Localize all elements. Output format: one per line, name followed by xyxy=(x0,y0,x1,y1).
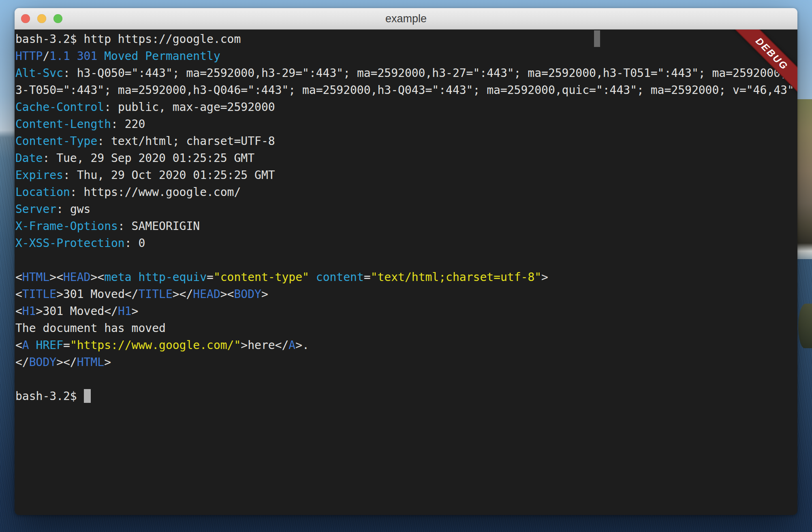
terminal-line: Alt-Svc: h3-Q050=":443"; ma=2592000,h3-2… xyxy=(15,65,797,82)
terminal-text-segment: SAMEORIGIN xyxy=(132,219,200,233)
terminal-text-segment xyxy=(132,270,139,284)
terminal-window: example bash-3.2$ http https://google.co… xyxy=(15,8,797,515)
terminal-text-segment: 220 xyxy=(125,117,145,131)
terminal-text-segment: : xyxy=(111,117,125,131)
terminal-text-segment: 3-T050=":443"; ma=2592000,h3-Q046=":443"… xyxy=(15,83,794,97)
terminal-text-segment: TITLE xyxy=(22,287,56,301)
terminal-text-segment: Moved Permanently xyxy=(104,49,220,63)
terminal-text-segment: 1.1 xyxy=(49,49,70,63)
terminal-text-segment: >< xyxy=(220,287,234,301)
terminal-text-segment: HTML xyxy=(22,270,49,284)
terminal-line: X-Frame-Options: SAMEORIGIN xyxy=(15,218,797,235)
terminal-text-segment: > xyxy=(261,287,268,301)
terminal-text-segment: </ xyxy=(104,304,118,318)
terminal-output: bash-3.2$ http https://google.comHTTP/1.… xyxy=(15,30,797,405)
terminal-text-segment: >< xyxy=(90,270,104,284)
terminal-text-segment: > xyxy=(104,355,111,369)
inactive-cursor-block xyxy=(594,30,600,47)
terminal-line: Expires: Thu, 29 Oct 2020 01:25:25 GMT xyxy=(15,167,797,184)
terminal-line xyxy=(15,371,797,388)
terminal-text-segment xyxy=(97,49,104,63)
terminal-line: </BODY></HTML> xyxy=(15,354,797,371)
terminal-content[interactable]: bash-3.2$ http https://google.comHTTP/1.… xyxy=(15,30,797,515)
terminal-text-segment: gws xyxy=(70,202,91,216)
terminal-text-segment: : xyxy=(43,151,56,165)
terminal-text-segment: "text/html;charset=utf-8" xyxy=(371,270,541,284)
terminal-text-segment: Thu, 29 Oct 2020 01:25:25 GMT xyxy=(77,168,275,182)
terminal-text-segment: </ xyxy=(125,287,139,301)
terminal-line: HTTP/1.1 301 Moved Permanently xyxy=(15,48,797,65)
terminal-text-segment: ></ xyxy=(173,287,193,301)
terminal-text-segment: https://www.google.com/ xyxy=(84,185,241,199)
terminal-text-segment: = xyxy=(63,338,70,352)
terminal-line: <H1>301 Moved</H1> xyxy=(15,303,797,320)
terminal-text-segment: content xyxy=(316,270,364,284)
terminal-line: Date: Tue, 29 Sep 2020 01:25:25 GMT xyxy=(15,150,797,167)
terminal-text-segment: ></ xyxy=(56,355,77,369)
minimize-button[interactable] xyxy=(37,14,46,23)
terminal-text-segment xyxy=(15,372,22,386)
terminal-text-segment: > xyxy=(541,270,548,284)
traffic-light-buttons xyxy=(21,8,62,29)
terminal-text-segment: Date xyxy=(15,151,43,165)
terminal-text-segment: here xyxy=(248,338,275,352)
terminal-text-segment: : xyxy=(63,168,77,182)
terminal-text-segment: http-equiv xyxy=(138,270,207,284)
terminal-text-segment: = xyxy=(364,270,371,284)
terminal-text-segment: HTTP xyxy=(15,49,43,63)
terminal-text-segment: Expires xyxy=(15,168,63,182)
terminal-text-segment: Content-Length xyxy=(15,117,111,131)
terminal-text-segment: Cache-Control xyxy=(15,100,104,114)
cliff-edge xyxy=(796,99,812,259)
terminal-text-segment: public, max-age=2592000 xyxy=(118,100,275,114)
terminal-text-segment: = xyxy=(207,270,214,284)
terminal-line: <A HREF="https://www.google.com/">here</… xyxy=(15,337,797,354)
terminal-text-segment: "content-type" xyxy=(214,270,309,284)
terminal-text-segment: A xyxy=(288,338,295,352)
sea-rock xyxy=(798,304,812,348)
terminal-text-segment: >. xyxy=(295,338,309,352)
terminal-line: Cache-Control: public, max-age=2592000 xyxy=(15,99,797,116)
terminal-text-segment: </ xyxy=(275,338,289,352)
terminal-text-segment: BODY xyxy=(234,287,261,301)
terminal-text-segment: Alt-Svc xyxy=(15,66,63,80)
terminal-text-segment: < xyxy=(15,338,22,352)
terminal-text-segment: HEAD xyxy=(63,270,90,284)
terminal-text-segment: A xyxy=(22,338,29,352)
terminal-text-segment: Location xyxy=(15,185,70,199)
terminal-text-segment: : xyxy=(97,134,111,148)
terminal-text-segment: H1 xyxy=(22,304,36,318)
terminal-text-segment xyxy=(309,270,316,284)
terminal-text-segment: < xyxy=(15,304,22,318)
terminal-text-segment: 301 Moved xyxy=(43,304,104,318)
terminal-text-segment: : xyxy=(125,236,139,250)
terminal-text-segment: X-Frame-Options xyxy=(15,219,118,233)
terminal-line: bash-3.2$ http https://google.com xyxy=(15,31,797,48)
terminal-line: Content-Type: text/html; charset=UTF-8 xyxy=(15,133,797,150)
terminal-text-segment: : xyxy=(104,100,118,114)
terminal-text-segment: : xyxy=(63,66,77,80)
terminal-line: <HTML><HEAD><meta http-equiv="content-ty… xyxy=(15,269,797,286)
terminal-text-segment: X-XSS-Protection xyxy=(15,236,125,250)
zoom-button[interactable] xyxy=(53,14,62,23)
terminal-text-segment: HREF xyxy=(36,338,63,352)
terminal-text-segment: > xyxy=(36,304,43,318)
terminal-text-segment: < xyxy=(15,270,22,284)
window-titlebar[interactable]: example xyxy=(15,8,797,30)
debug-ribbon-container: DEBUG xyxy=(720,30,797,106)
terminal-text-segment: meta xyxy=(104,270,131,284)
close-button[interactable] xyxy=(21,14,30,23)
terminal-text-segment: 301 xyxy=(77,49,98,63)
terminal-line: <TITLE>301 Moved</TITLE></HEAD><BODY> xyxy=(15,286,797,303)
terminal-text-segment: : xyxy=(56,202,70,216)
terminal-line: The document has moved xyxy=(15,320,797,337)
terminal-text-segment: </ xyxy=(15,355,29,369)
terminal-text-segment: TITLE xyxy=(138,287,172,301)
terminal-text-segment: The document has moved xyxy=(15,321,166,335)
terminal-text-segment xyxy=(15,253,22,267)
terminal-text-segment: / xyxy=(43,49,49,63)
terminal-text-segment: HEAD xyxy=(193,287,220,301)
terminal-text-segment: HTML xyxy=(77,355,104,369)
terminal-text-segment: 301 Moved xyxy=(63,287,125,301)
terminal-text-segment: H1 xyxy=(118,304,132,318)
